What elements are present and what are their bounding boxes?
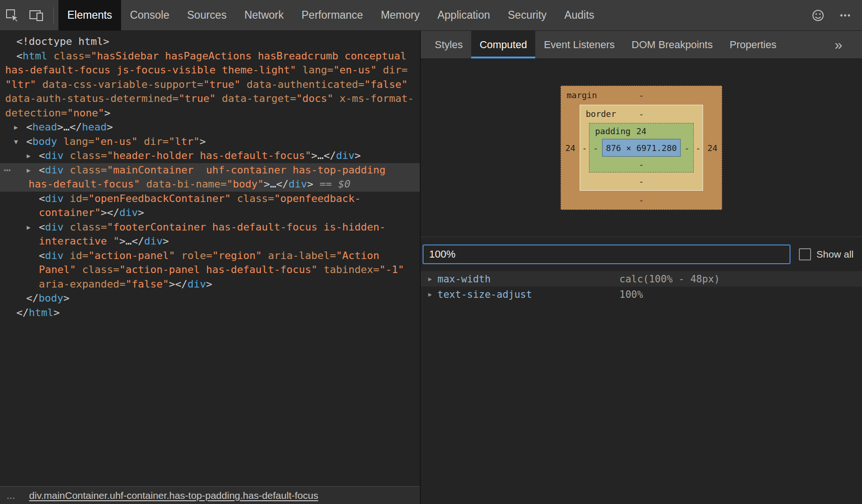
box-model-margin[interactable]: margin - 24 border - - bbox=[560, 86, 722, 210]
dom-tree-node[interactable]: has-default-focus js-focus-visible theme… bbox=[0, 63, 420, 78]
dom-tree-node[interactable]: <html class="hasSidebar hasPageActions h… bbox=[0, 49, 420, 64]
box-model-content[interactable]: 876 × 6971.280 bbox=[602, 139, 681, 157]
syntax-t: div bbox=[45, 221, 64, 233]
device-toolbar-button[interactable] bbox=[24, 0, 49, 30]
syntax-v: "openFeedbackContainer" bbox=[88, 193, 231, 204]
breadcrumb-overflow-button[interactable]: ... bbox=[7, 491, 15, 500]
border-top-value[interactable]: - bbox=[639, 109, 644, 119]
disclosure-arrow-icon[interactable]: ▶ bbox=[14, 120, 18, 135]
margin-right-value[interactable]: 24 bbox=[703, 143, 722, 153]
syntax-v: "region" bbox=[212, 250, 262, 261]
syntax-v: "body" bbox=[227, 178, 264, 190]
syntax-v: "footerContainer has-default-focus is-hi… bbox=[107, 221, 386, 233]
tab-computed[interactable]: Computed bbox=[471, 31, 536, 58]
dom-tree-node[interactable]: <div id="action-panel" role="region" ari… bbox=[0, 249, 420, 263]
box-model-padding[interactable]: padding 24 - 876 × 6971.280 bbox=[589, 123, 694, 173]
padding-left-value[interactable]: - bbox=[589, 143, 602, 153]
tab-event-listeners[interactable]: Event Listeners bbox=[535, 31, 623, 58]
dom-tree-node[interactable]: Panel" class="action-panel has-default-f… bbox=[0, 263, 420, 277]
margin-top-value[interactable]: - bbox=[639, 90, 644, 100]
syntax-p bbox=[64, 250, 70, 261]
dom-tree-node[interactable]: detection="none"> bbox=[0, 106, 420, 121]
filter-input[interactable] bbox=[423, 245, 790, 264]
toolbar-right-group bbox=[811, 0, 862, 30]
tab-styles[interactable]: Styles bbox=[426, 31, 471, 58]
dom-tree-node[interactable]: data-auth-status-determined="true" data-… bbox=[0, 92, 420, 106]
dom-tree-node[interactable]: </html> bbox=[0, 306, 420, 320]
node-markup: "ltr" data-css-variable-support="true" d… bbox=[0, 78, 408, 92]
show-all-checkbox[interactable] bbox=[799, 248, 811, 260]
computed-property-row[interactable]: ▶text-size-adjust100% bbox=[421, 287, 862, 302]
syntax-a: id= bbox=[70, 193, 88, 204]
tab-elements[interactable]: Elements bbox=[58, 0, 121, 30]
inspect-button[interactable] bbox=[0, 0, 24, 30]
styles-sidebar-panel: StylesComputedEvent ListenersDOM Breakpo… bbox=[421, 31, 862, 504]
syntax-t: div bbox=[288, 178, 307, 190]
margin-left-value[interactable]: 24 bbox=[561, 143, 580, 153]
disclosure-arrow-icon[interactable]: ▼ bbox=[14, 135, 18, 149]
syntax-m: == $0 bbox=[313, 178, 350, 190]
disclosure-arrow-icon[interactable]: ▶ bbox=[27, 149, 30, 163]
dom-tree-node[interactable]: ▶<head>…</head> bbox=[0, 120, 420, 135]
node-markup: <body lang="en-us" dir="ltr"> bbox=[0, 135, 206, 149]
syntax-p: > bbox=[63, 292, 69, 304]
node-overflow-dots-icon[interactable]: ⋯ bbox=[4, 163, 9, 178]
border-right-value[interactable]: - bbox=[694, 143, 703, 153]
tab-application[interactable]: Application bbox=[429, 0, 499, 30]
dom-tree-node[interactable]: interactive ">…</div> bbox=[0, 234, 420, 249]
padding-bottom-value[interactable]: - bbox=[639, 159, 644, 169]
syntax-p bbox=[231, 193, 237, 204]
overflow-menu-button[interactable] bbox=[838, 8, 853, 22]
breadcrumb-bar: ... div.mainContainer.uhf-container.has-… bbox=[0, 486, 420, 504]
dom-tree-node[interactable]: ⋯▶<div class="mainContainer uhf-containe… bbox=[0, 163, 420, 178]
syntax-p: </ bbox=[323, 150, 336, 161]
syntax-v: "Action bbox=[336, 250, 380, 261]
more-tabs-chevron-icon[interactable]: » bbox=[834, 37, 842, 53]
syntax-p: > bbox=[107, 121, 113, 133]
computed-pane: margin - 24 border - - bbox=[421, 59, 862, 504]
feedback-button[interactable] bbox=[811, 8, 826, 22]
disclosure-arrow-icon[interactable]: ▶ bbox=[27, 220, 30, 235]
disclosure-arrow-icon[interactable]: ▶ bbox=[428, 291, 432, 298]
dom-tree-node[interactable]: aria-expanded="false"></div> bbox=[0, 277, 420, 292]
tab-performance[interactable]: Performance bbox=[293, 0, 372, 30]
box-model-border[interactable]: border - - padding 24 bbox=[580, 105, 703, 191]
syntax-p: > bbox=[355, 150, 361, 161]
border-bottom-value[interactable]: - bbox=[639, 176, 644, 186]
property-value: 100% bbox=[619, 289, 643, 300]
syntax-t: head bbox=[82, 121, 107, 133]
disclosure-arrow-icon[interactable]: ▶ bbox=[428, 275, 432, 282]
breadcrumb-item-selected[interactable]: div.mainContainer.uhf-container.has-top-… bbox=[29, 490, 318, 501]
tab-audits[interactable]: Audits bbox=[555, 0, 603, 30]
tab-security[interactable]: Security bbox=[499, 0, 555, 30]
dom-tree-node[interactable]: ▶<div class="header-holder has-default-f… bbox=[0, 149, 420, 163]
tab-network[interactable]: Network bbox=[236, 0, 293, 30]
computed-properties-list: ▶max-widthcalc(100% - 48px)▶text-size-ad… bbox=[421, 271, 862, 504]
dom-tree-node[interactable]: <!doctype html> bbox=[0, 35, 420, 49]
dom-tree-node[interactable]: "ltr" data-css-variable-support="true" d… bbox=[0, 78, 420, 92]
tab-sources[interactable]: Sources bbox=[178, 0, 235, 30]
tab-dom-breakpoints[interactable]: DOM Breakpoints bbox=[623, 31, 721, 58]
tab-memory[interactable]: Memory bbox=[372, 0, 429, 30]
syntax-p: < bbox=[39, 250, 45, 261]
computed-property-row[interactable]: ▶max-widthcalc(100% - 48px) bbox=[421, 271, 862, 287]
dom-tree-node[interactable]: <div id="openFeedbackContainer" class="o… bbox=[0, 192, 420, 206]
dom-tree-node[interactable]: has-default-focus" data-bi-name="body">…… bbox=[0, 177, 420, 192]
syntax-p: </ bbox=[16, 307, 29, 318]
dom-tree-node[interactable]: ▼<body lang="en-us" dir="ltr"> bbox=[0, 135, 420, 149]
syntax-p bbox=[64, 193, 70, 204]
syntax-p: > bbox=[53, 307, 59, 318]
margin-bottom-value[interactable]: - bbox=[639, 195, 644, 205]
dom-tree-node[interactable]: container"></div> bbox=[0, 206, 420, 220]
syntax-p: </ bbox=[276, 178, 289, 190]
disclosure-arrow-icon[interactable]: ▶ bbox=[27, 163, 30, 178]
computed-filter-bar: Show all bbox=[421, 237, 862, 271]
dom-tree-node[interactable]: ▶<div class="footerContainer has-default… bbox=[0, 220, 420, 235]
syntax-a: lang= bbox=[63, 136, 94, 147]
dom-tree-node[interactable]: </body> bbox=[0, 291, 420, 306]
tab-console[interactable]: Console bbox=[121, 0, 178, 30]
padding-right-value[interactable]: - bbox=[681, 143, 693, 153]
border-left-value[interactable]: - bbox=[580, 143, 589, 153]
tab-properties[interactable]: Properties bbox=[721, 31, 785, 58]
padding-top-value[interactable]: 24 bbox=[636, 126, 646, 136]
